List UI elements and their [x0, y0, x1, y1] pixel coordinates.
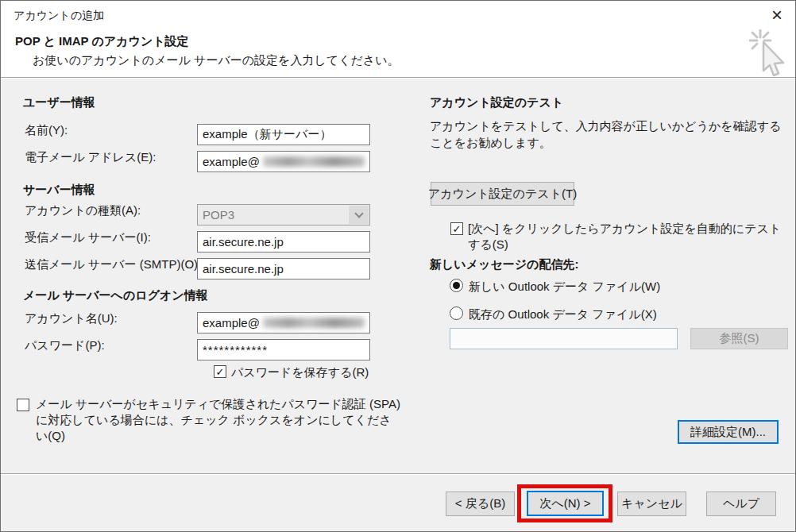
account-type-select: POP3	[197, 204, 370, 226]
save-password-checkbox[interactable]: ✓	[214, 365, 226, 378]
password-input[interactable]: ************	[197, 339, 370, 360]
save-password-label[interactable]: パスワードを保存する(R)	[231, 365, 369, 380]
test-description: アカウントをテストして、入力内容が正しいかどうかを確認することをお勧めします。	[430, 118, 786, 151]
header-divider	[1, 77, 795, 78]
email-input[interactable]: example@	[197, 151, 370, 172]
back-button[interactable]: < 戻る(B)	[446, 492, 515, 516]
spa-checkbox[interactable]	[17, 399, 29, 411]
password-value: ************	[203, 343, 268, 357]
test-section-heading: アカウント設定のテスト	[430, 95, 563, 110]
logon-info-heading: メール サーバーへのログオン情報	[23, 288, 208, 303]
user-info-heading: ユーザー情報	[23, 95, 95, 110]
email-label: 電子メール アドレス(E):	[25, 150, 156, 165]
incoming-server-value: air.secure.ne.jp	[203, 235, 284, 249]
account-name-input[interactable]: example@	[197, 312, 370, 333]
outgoing-server-value: air.secure.ne.jp	[203, 262, 284, 276]
page-subtitle: お使いのアカウントのメール サーバーの設定を入力してください。	[33, 53, 400, 68]
dialog-header: アカウントの追加 × POP と IMAP のアカウント設定 お使いのアカウント…	[1, 1, 795, 77]
auto-test-checkbox[interactable]: ✓	[450, 222, 463, 235]
browse-button: 参照(S)	[690, 328, 788, 349]
close-icon[interactable]: ×	[771, 6, 782, 25]
redacted-blur	[263, 156, 365, 167]
advanced-settings-button[interactable]: 詳細設定(M)...	[678, 420, 779, 444]
auto-test-label[interactable]: [次へ] をクリックしたらアカウント設定を自動的にテストする(S)	[468, 221, 792, 253]
test-account-settings-button[interactable]: アカウント設定のテスト(T)	[431, 182, 574, 206]
delivery-heading: 新しいメッセージの配信先:	[430, 257, 578, 272]
check-icon: ✓	[216, 367, 225, 377]
incoming-server-input[interactable]: air.secure.ne.jp	[197, 231, 370, 253]
name-input[interactable]: example（新サーバー）	[197, 124, 370, 145]
cancel-button[interactable]: キャンセル	[617, 492, 686, 516]
account-name-label: アカウント名(U):	[25, 311, 118, 326]
outgoing-server-input[interactable]: air.secure.ne.jp	[197, 258, 370, 279]
outgoing-server-label: 送信メール サーバー (SMTP)(O):	[25, 257, 201, 272]
server-info-heading: サーバー情報	[23, 183, 95, 198]
check-icon: ✓	[453, 224, 462, 234]
name-label: 名前(Y):	[25, 123, 68, 138]
add-account-dialog: アカウントの追加 × POP と IMAP のアカウント設定 お使いのアカウント…	[0, 0, 796, 532]
busy-cursor-icon	[749, 29, 790, 83]
email-value: example@	[203, 155, 260, 168]
chevron-down-icon	[349, 206, 369, 224]
account-type-value: POP3	[203, 208, 234, 222]
footer-divider	[1, 473, 795, 474]
account-name-value: example@	[203, 316, 260, 330]
window-title: アカウントの追加	[14, 9, 104, 23]
new-data-file-radio[interactable]	[450, 279, 463, 292]
redacted-blur	[263, 318, 365, 328]
spa-label[interactable]: メール サーバーがセキュリティで保護されたパスワード認証 (SPA) に対応して…	[36, 396, 403, 444]
account-type-label: アカウントの種類(A):	[25, 203, 141, 218]
existing-data-file-radio[interactable]	[450, 306, 463, 320]
incoming-server-label: 受信メール サーバー(I):	[25, 230, 151, 245]
page-title: POP と IMAP のアカウント設定	[15, 34, 189, 49]
data-file-path-input[interactable]	[450, 328, 678, 349]
help-button[interactable]: ヘルプ	[706, 492, 776, 516]
existing-data-file-label[interactable]: 既存の Outlook データ ファイル(X)	[469, 307, 657, 322]
name-value: example（新サーバー）	[203, 127, 331, 142]
next-button[interactable]: 次へ(N) >	[527, 491, 604, 516]
password-label: パスワード(P):	[25, 338, 105, 353]
new-data-file-label[interactable]: 新しい Outlook データ ファイル(W)	[469, 279, 660, 295]
